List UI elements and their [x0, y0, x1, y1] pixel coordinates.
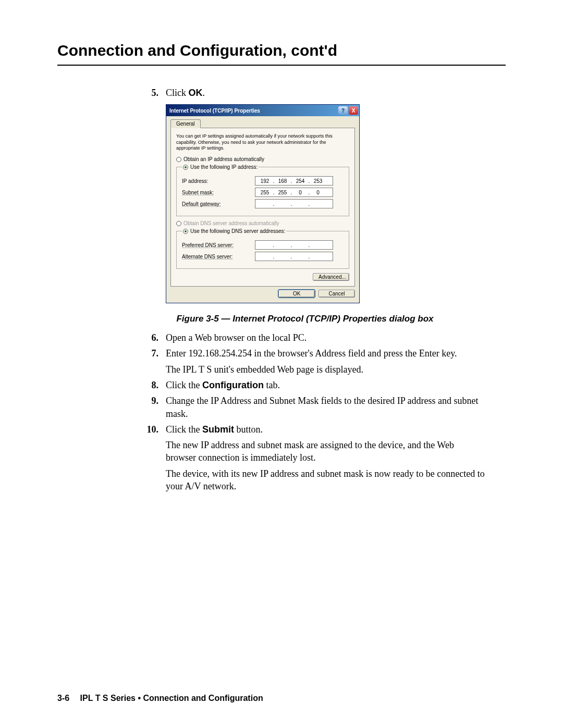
step-8: 8. Click the Configuration tab. [146, 379, 485, 391]
help-button[interactable]: ? [338, 106, 348, 115]
radio-auto-ip-label: Obtain an IP address automatically [183, 156, 264, 162]
ip-group: Use the following IP address: IP address… [176, 164, 349, 216]
tcpip-properties-dialog: Internet Protocol (TCP/IP) Properties ? … [166, 104, 360, 303]
step-number: 9. [146, 394, 166, 420]
step-text: Enter 192.168.254.254 in the browser's A… [166, 347, 485, 360]
ip-seg: 255 [275, 190, 290, 195]
page-number: 3-6 [57, 694, 69, 702]
step-text: Click the [166, 380, 202, 390]
step-7: 7. Enter 192.168.254.254 in the browser'… [146, 347, 485, 376]
radio-use-ip[interactable] [183, 165, 188, 170]
advanced-button[interactable]: Advanced... [313, 273, 349, 281]
step-text: Click [166, 88, 189, 98]
radio-use-ip-label: Use the following IP address: [190, 164, 258, 170]
page-footer: 3-6 IPL T S Series • Connection and Conf… [57, 694, 263, 703]
step-10: 10. Click the Submit button. The new IP … [146, 423, 485, 492]
step-9: 9. Change the IP Address and Subnet Mask… [146, 394, 485, 420]
step-text: Open a Web browser on the local PC. [166, 331, 485, 344]
step-text-tail: . [203, 88, 205, 98]
step-number: 7. [146, 347, 166, 376]
ip-seg: 192 [258, 178, 272, 184]
tab-general[interactable]: General [170, 119, 201, 128]
step-sub: The IPL T S unit's embedded Web page is … [166, 363, 485, 376]
figure-caption: Figure 3-5 — Internet Protocol (TCP/IP) … [57, 314, 485, 324]
ip-seg: 254 [293, 178, 308, 184]
alt-dns-label: Alternate DNS server: [182, 254, 255, 260]
page-title: Connection and Configuration, cont'd [57, 42, 506, 66]
step-number: 8. [146, 379, 166, 391]
close-button[interactable]: X [349, 106, 358, 115]
ip-seg: 253 [311, 178, 325, 184]
ok-word: OK [189, 88, 203, 98]
radio-use-dns-label: Use the following DNS server addresses: [190, 228, 285, 234]
ip-seg: 255 [258, 190, 272, 195]
gateway-input[interactable]: . . . [255, 199, 333, 208]
submit-word: Submit [202, 424, 234, 435]
subnet-label: Subnet mask: [182, 190, 255, 195]
radio-auto-dns [176, 221, 181, 226]
step-number: 6. [146, 331, 166, 344]
ip-seg: 0 [311, 190, 325, 195]
step-6: 6. Open a Web browser on the local PC. [146, 331, 485, 344]
radio-use-dns[interactable] [183, 229, 188, 234]
step-number: 5. [146, 87, 166, 99]
ip-seg: 168 [275, 178, 290, 184]
dialog-titlebar: Internet Protocol (TCP/IP) Properties ? … [166, 105, 359, 116]
ok-button[interactable]: OK [278, 290, 315, 298]
ip-seg: 0 [293, 190, 308, 195]
step-5: 5. Click OK. [146, 87, 485, 99]
step-number: 10. [146, 423, 166, 492]
step-text-tail: button. [234, 424, 263, 435]
alt-dns-input[interactable]: . . . [255, 252, 333, 261]
subnet-input[interactable]: 255. 255. 0. 0 [255, 188, 333, 197]
dns-group: Use the following DNS server addresses: … [176, 228, 349, 269]
configuration-word: Configuration [202, 380, 264, 390]
radio-auto-ip[interactable] [176, 157, 181, 162]
step-text: Click the [166, 424, 202, 435]
ip-address-input[interactable]: 192. 168. 254. 253 [255, 176, 333, 186]
cancel-button[interactable]: Cancel [319, 290, 355, 298]
footer-text: IPL T S Series • Connection and Configur… [80, 694, 263, 702]
step-text: Change the IP Address and Subnet Mask fi… [166, 394, 485, 420]
ip-address-label: IP address: [182, 178, 255, 184]
gateway-label: Default gateway: [182, 201, 255, 207]
pref-dns-label: Preferred DNS server: [182, 242, 255, 248]
pref-dns-input[interactable]: . . . [255, 240, 333, 250]
radio-auto-dns-label: Obtain DNS server address automatically [183, 220, 279, 226]
step-sub: The device, with its new IP address and … [166, 467, 485, 493]
step-text-tail: tab. [264, 380, 280, 390]
step-sub: The new IP address and subnet mask are a… [166, 439, 485, 464]
info-text: You can get IP settings assigned automat… [176, 133, 349, 151]
dialog-title: Internet Protocol (TCP/IP) Properties [169, 108, 337, 114]
